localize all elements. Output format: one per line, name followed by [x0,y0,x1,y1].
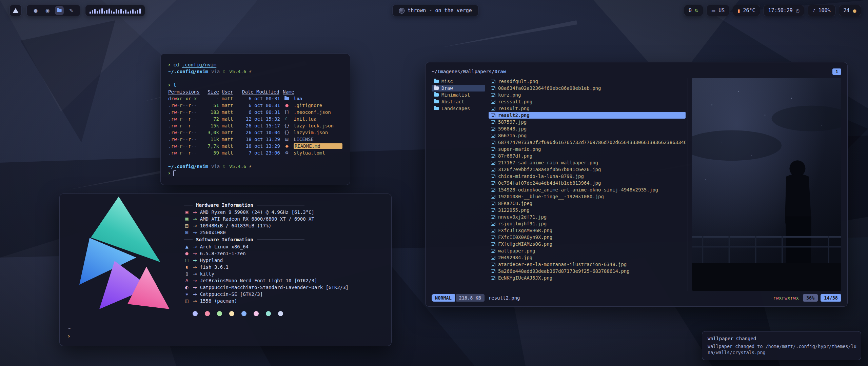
notification-popup[interactable]: Wallpaper Changed Wallpaper changed to /… [702,331,861,360]
palette-dot [217,311,222,316]
file-name: 3126f7e9bbf21a8a4af0b67b041c6e26.jpg [498,167,601,172]
directory-row[interactable]: Draw [432,85,485,92]
column-header: Name [283,89,342,95]
prompt-path: ~/.config/nvim [168,164,208,169]
arrow-icon: → [193,278,197,283]
file-row[interactable]: 8FKa7Cu.jpeg [489,200,686,207]
file-name: lua [294,96,342,101]
file-name: .gitignore [294,103,342,108]
flash-icon: ⚡ [249,164,252,169]
file-row[interactable]: 217167-sad-anime-rain-wallpaper.png [489,159,686,166]
arrow-icon: → [193,230,197,235]
gear-icon: ⚙ [283,150,291,155]
file-row[interactable]: super-mario.png [489,146,686,152]
file-name: lazyvim.json [294,130,342,135]
file-row[interactable]: 19201080-__blue-tinge__-1920×1080.jpg [489,193,686,200]
directory-row[interactable]: Abstract [432,98,485,105]
file-row[interactable]: resssult.png [489,98,686,105]
color-palette [193,311,386,316]
file-date: 6 oct 00:31 [242,96,280,101]
info-line: ∗→Catppuccin-SE [GTK2/3] [184,291,386,298]
file-row[interactable]: chica-mirando-la-luna-8799.jpg [489,173,686,180]
workspace-4[interactable]: ✎ [67,6,76,15]
image-icon [491,236,495,239]
info-line: ▲→Arch Linux x86_64 [184,243,386,250]
keyboard-icon: ▭ [711,8,715,13]
file-manager-window: ~/Imagenes/Wallpapers/Draw 1 MiscDrawMin… [425,62,848,307]
file-row[interactable]: 20492984.jpg [489,254,686,261]
file-row[interactable]: result2.png [489,112,686,119]
file-name: FXfcHgcWIAMzs0G.png [498,241,552,247]
updates-module[interactable]: 0↻ [684,5,703,16]
directory-row[interactable]: Landscapes [432,105,485,112]
file-name: stylua.toml [294,150,342,156]
file-row[interactable]: 587597.jpg [489,119,686,125]
directory-pane: MiscDrawMinimalistAbstractLandscapes [432,78,485,291]
listing-row: drwxr-xr-x-matt6 oct 00:31lua [168,95,342,102]
file-row[interactable]: 68747470733a2f2f696d616765732d7769786d70… [489,139,686,146]
file-row[interactable]: 87r687df.png [489,152,686,159]
permissions: .rw-r--r-- [168,150,201,156]
notifications-module[interactable]: 24● [839,5,861,16]
directory-name: Landscapes [441,106,470,111]
file-name: atardecer-en-la-montanas-ilustracion-634… [498,262,627,267]
music-player[interactable]: thrown - on the verge [392,5,478,16]
clock-module[interactable]: 17:50:29◷ [764,5,805,16]
file-row[interactable]: 154928-odinokoe_anime-art-anime-okno-sin… [489,186,686,193]
temperature-module[interactable]: ▮26°C [733,5,760,16]
directory-row[interactable]: Misc [432,78,485,85]
permissions: .rw-r--r-- [168,109,201,115]
file-row[interactable]: 3122955.png [489,207,686,214]
volume-module[interactable]: ♪100% [808,5,835,16]
file-row[interactable]: nnvuv0xj2df71.jpg [489,214,686,220]
status-modules: 0↻▭US▮26°C17:50:29◷♪100%24● [684,5,861,16]
file-manager-header: ~/Imagenes/Wallpapers/Draw 1 [432,67,841,76]
info-line: ▣→AMD Ryzen 9 5900X (24) @ 4.9GHz [61.3°… [184,209,386,216]
launcher-button[interactable] [9,5,22,16]
file-row[interactable]: FXfcHgcWIAMzs0G.png [489,241,686,247]
file-owner: matt [222,137,239,142]
image-icon [491,188,495,192]
file-row[interactable]: 08a634fa02a32364f69ebc86a98eb1eb.png [489,85,686,92]
file-row[interactable]: ressdfgult.png [489,78,686,85]
file-row[interactable]: EeNKYgIUcAAJ5JX.png [489,274,686,281]
file-row[interactable]: rsjqojlmjhf91.jpg [489,220,686,227]
arrow-icon: → [193,298,197,304]
preview-art [692,78,841,291]
file-row[interactable]: wallpaper.png [489,247,686,254]
file-row[interactable]: 0c794faf07de24a4db4d4fb1eb813964.jpg [489,180,686,186]
file-name: ressdfgult.png [498,79,538,84]
file-owner: matt [222,150,239,156]
workspace-2[interactable]: ◉ [43,6,52,15]
section-header: Hardware Information [184,202,304,208]
file-row[interactable]: 5a266e448add93deab367d87173e9f25-6837886… [489,268,686,274]
file-name: 587597.jpg [498,119,527,125]
workspace-1[interactable]: ● [31,6,40,15]
file-row[interactable]: re1sult.png [489,105,686,112]
workspace-3[interactable] [55,6,64,15]
image-icon [491,134,495,138]
display-icon: ⊞ [184,230,190,235]
file-row[interactable]: 866715.png [489,132,686,139]
file-row[interactable]: 3126f7e9bbf21a8a4af0b67b041c6e26.jpg [489,166,686,173]
directory-row[interactable]: Minimalist [432,92,485,98]
image-icon [491,263,495,266]
file-name: rsjqojlmjhf91.jpg [498,221,547,226]
terminal-cursor[interactable] [173,170,176,176]
palette-dot [254,311,259,316]
status-left: NORMAL 218.8 KB result2.png [432,294,520,302]
file-size: 51 [203,103,219,108]
info-line: ▤→10948MiB / 64183MiB (17%) [184,222,386,229]
file-row[interactable]: FXfcJlTXgAMvH6R.png [489,227,686,234]
file-row[interactable]: FXfcII0X0AQyn9X.png [489,234,686,241]
folder-icon [284,97,289,100]
cpu-icon: ▣ [184,210,190,215]
image-icon [491,147,495,151]
tab-badge[interactable]: 1 [832,68,841,75]
permissions: .rw-r--r-- [168,130,201,135]
command-arg: .config/nvim [182,62,216,67]
keyboard-layout-module[interactable]: ▭US [707,5,729,16]
file-row[interactable]: kurz.png [489,92,686,98]
file-row[interactable]: 596848.jpg [489,125,686,132]
file-row[interactable]: atardecer-en-la-montanas-ilustracion-634… [489,261,686,268]
